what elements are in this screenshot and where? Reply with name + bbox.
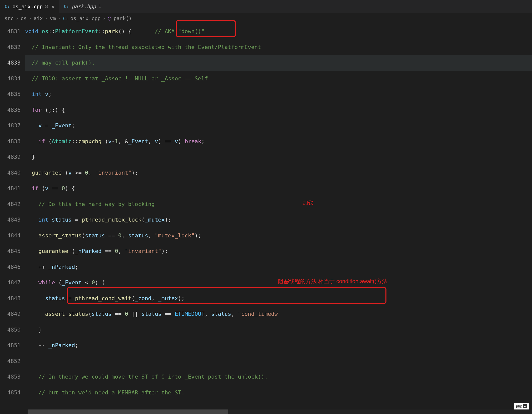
chevron-right-icon: › (58, 15, 61, 21)
code-line[interactable]: while (_Event < 0) { (25, 275, 532, 291)
breadcrumb-symbol[interactable]: park() (114, 15, 132, 21)
line-number[interactable]: 4850 (0, 322, 21, 338)
code-line[interactable]: guarantee (_nParked == 0, "invariant"); (25, 243, 532, 259)
code-line[interactable]: int v; (25, 86, 532, 102)
tab-park-hpp[interactable]: C: park.hpp 1 (59, 0, 106, 13)
code-line[interactable]: assert_status(status == 0, status, "mute… (25, 228, 532, 244)
code-content[interactable]: void os::PlatformEvent::park() { // AKA … (25, 24, 532, 400)
breadcrumb-item[interactable]: os (21, 15, 27, 21)
line-number[interactable]: 4846 (0, 259, 21, 275)
code-line[interactable] (25, 353, 532, 369)
line-number[interactable]: 4838 (0, 134, 21, 149)
code-line[interactable]: void os::PlatformEvent::park() { // AKA … (25, 24, 532, 39)
function-icon: ⬡ (108, 16, 112, 21)
code-line[interactable]: } (25, 149, 532, 165)
code-line[interactable]: guarantee (v >= 0, "invariant"); (25, 165, 532, 181)
cpp-file-icon: C: (5, 4, 10, 9)
line-number[interactable]: 4844 (0, 228, 21, 244)
code-line[interactable]: } (25, 322, 532, 338)
line-number[interactable]: 4842 (0, 196, 21, 212)
tab-bar: C: os_aix.cpp 8 × C: park.hpp 1 (0, 0, 532, 13)
line-number[interactable]: 4849 (0, 306, 21, 322)
horizontal-scrollbar[interactable] (28, 409, 532, 414)
code-line[interactable]: v = _Event; (25, 118, 532, 134)
tab-badge: 1 (98, 4, 101, 9)
code-line[interactable]: if (v == 0) { (25, 181, 532, 196)
code-line[interactable]: // but then we'd need a MEMBAR after the… (25, 385, 532, 401)
line-number[interactable]: 4837 (0, 118, 21, 134)
code-line[interactable]: // Invariant: Only the thread associated… (25, 39, 532, 55)
line-number[interactable]: 4851 (0, 338, 21, 353)
close-icon[interactable]: × (51, 4, 54, 10)
tab-filename: os_aix.cpp (13, 4, 43, 10)
code-line[interactable]: assert_status(status == 0 || status == E… (25, 306, 532, 322)
chevron-right-icon: › (45, 15, 48, 21)
tab-badge: 8 (45, 4, 48, 9)
tab-os-aix-cpp[interactable]: C: os_aix.cpp 8 × (0, 0, 59, 13)
breadcrumb-item[interactable]: aix (34, 15, 43, 21)
chevron-right-icon: › (103, 15, 106, 21)
chevron-right-icon: › (16, 15, 19, 21)
line-number[interactable]: 4831 (0, 24, 21, 39)
chevron-right-icon: › (29, 15, 32, 21)
watermark-logo: php▪ (514, 403, 529, 409)
code-line[interactable]: for (;;) { (25, 102, 532, 118)
code-editor[interactable]: 4831 4832 4833 4834 4835 4836 4837 4838 … (0, 24, 532, 400)
code-line[interactable]: // may call park(). (25, 55, 532, 71)
line-number-gutter: 4831 4832 4833 4834 4835 4836 4837 4838 … (0, 24, 25, 400)
code-line[interactable]: int status = pthread_mutex_lock(_mutex); (25, 212, 532, 228)
cpp-file-icon: C: (64, 4, 69, 9)
code-line[interactable]: ++ _nParked; (25, 259, 532, 275)
code-line[interactable]: status = pthread_cond_wait(_cond, _mutex… (25, 291, 532, 306)
line-number[interactable]: 4854 (0, 385, 21, 401)
tab-filename: park.hpp (72, 4, 96, 10)
code-line[interactable]: // Do this the hard way by blocking (25, 196, 532, 212)
breadcrumb: src › os › aix › vm › C: os_aix.cpp › ⬡ … (0, 13, 532, 24)
line-number[interactable]: 4835 (0, 86, 21, 102)
line-number[interactable]: 4834 (0, 71, 21, 87)
scrollbar-thumb[interactable] (28, 409, 228, 414)
line-number[interactable]: 4841 (0, 181, 21, 196)
breadcrumb-item[interactable]: src (5, 15, 14, 21)
line-number[interactable]: 4836 (0, 102, 21, 118)
line-number[interactable]: 4848 (0, 291, 21, 306)
code-line[interactable]: if (Atomic::cmpxchg (v-1, &_Event, v) ==… (25, 134, 532, 149)
line-number[interactable]: 4843 (0, 212, 21, 228)
line-number[interactable]: 4852 (0, 353, 21, 369)
code-line[interactable]: // In theory we could move the ST of 0 i… (25, 369, 532, 385)
code-line[interactable]: -- _nParked; (25, 338, 532, 353)
cpp-file-icon: C: (63, 16, 69, 21)
breadcrumb-item[interactable]: vm (50, 15, 56, 21)
line-number[interactable]: 4839 (0, 149, 21, 165)
line-number[interactable]: 4840 (0, 165, 21, 181)
code-line[interactable]: // TODO: assert that _Assoc != NULL or _… (25, 71, 532, 87)
breadcrumb-file[interactable]: os_aix.cpp (70, 15, 100, 21)
line-number[interactable]: 4847 (0, 275, 21, 291)
line-number[interactable]: 4853 (0, 369, 21, 385)
line-number[interactable]: 4833 (0, 55, 21, 71)
line-number[interactable]: 4832 (0, 39, 21, 55)
line-number[interactable]: 4845 (0, 243, 21, 259)
